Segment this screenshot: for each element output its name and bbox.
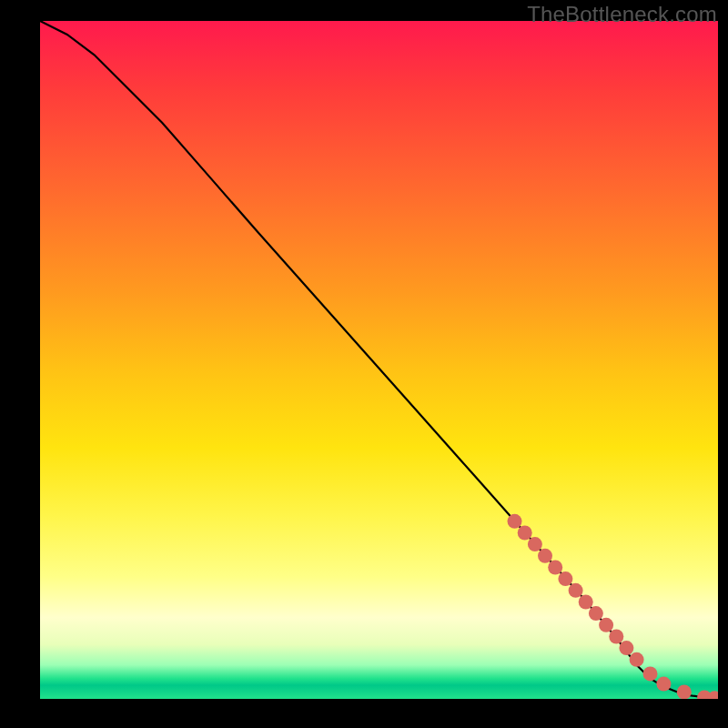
data-marker — [609, 630, 623, 644]
watermark-label: TheBottleneck.com — [527, 2, 717, 27]
data-marker — [589, 606, 603, 621]
chart-frame: TheBottleneck.com — [0, 0, 728, 728]
data-marker — [599, 618, 613, 632]
data-marker — [569, 583, 583, 598]
data-marker — [528, 537, 542, 551]
data-marker — [619, 641, 633, 655]
data-marker — [579, 595, 593, 610]
data-marker — [538, 549, 552, 563]
data-marker — [518, 526, 532, 541]
data-marker — [558, 571, 572, 586]
data-marker — [548, 561, 562, 575]
data-marker — [643, 666, 658, 681]
chart-svg — [40, 21, 718, 699]
data-marker — [656, 677, 671, 692]
data-marker — [677, 685, 692, 700]
data-marker — [630, 652, 644, 667]
data-marker — [508, 514, 522, 529]
plot-area — [40, 21, 718, 699]
curve-line — [40, 21, 718, 699]
